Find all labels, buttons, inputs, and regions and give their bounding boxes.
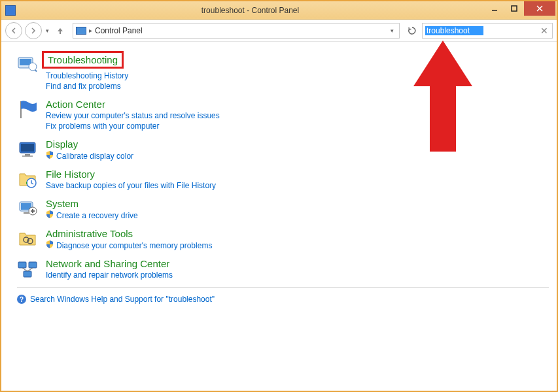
- help-icon: ?: [17, 295, 26, 304]
- help-search-link[interactable]: ? Search Windows Help and Support for "t…: [17, 295, 549, 304]
- network-icon: [17, 258, 38, 279]
- svg-rect-16: [24, 212, 29, 214]
- window-title: troubleshoot - Control Panel: [16, 6, 485, 15]
- result-title-link[interactable]: Administrative Tools: [46, 228, 133, 239]
- result-sublink-label: Create a recovery drive: [56, 211, 138, 220]
- result-sublink[interactable]: Create a recovery drive: [46, 210, 138, 220]
- result-sublink-label: Identify and repair network problems: [46, 270, 173, 280]
- result-sublink-label: Diagnose your computer's memory problems: [56, 241, 212, 250]
- result-sublink-label: Calibrate display color: [56, 152, 133, 161]
- close-button[interactable]: [524, 1, 555, 16]
- result-sublink-label: Find and fix problems: [46, 82, 121, 91]
- svg-rect-10: [21, 144, 34, 152]
- admin-tools-icon: [17, 228, 38, 249]
- result-body: File HistorySave backup copies of your f…: [46, 169, 216, 190]
- minimize-button[interactable]: [485, 1, 504, 16]
- result-title-link[interactable]: Action Center: [46, 99, 105, 110]
- result-sublink-label: Fix problems with your computer: [46, 122, 159, 131]
- svg-rect-19: [32, 209, 33, 213]
- svg-line-26: [27, 268, 33, 271]
- result-item: Network and Sharing CenterIdentify and r…: [17, 258, 549, 280]
- result-title-link[interactable]: System: [46, 198, 78, 209]
- result-sublink[interactable]: Save backup copies of your files with Fi…: [46, 181, 216, 190]
- result-sublink[interactable]: Diagnose your computer's memory problems: [46, 240, 212, 250]
- result-title-link[interactable]: Troubleshooting: [42, 51, 124, 69]
- up-button[interactable]: [53, 24, 67, 38]
- svg-rect-12: [22, 155, 33, 157]
- result-sublink[interactable]: Fix problems with your computer: [46, 122, 159, 131]
- result-title-link[interactable]: File History: [46, 169, 95, 180]
- results-pane: TroubleshootingTroubleshooting HistoryFi…: [1, 42, 557, 391]
- navigation-bar: ▾ ▸ Control Panel ▾ troubleshoot ✕: [1, 20, 557, 42]
- display-icon: [17, 139, 38, 159]
- result-item: Action CenterReview your computer's stat…: [17, 99, 549, 131]
- result-item: SystemCreate a recovery drive: [17, 198, 549, 220]
- window-titlebar: troubleshoot - Control Panel: [1, 1, 557, 20]
- clear-search-icon[interactable]: ✕: [539, 25, 549, 36]
- control-panel-icon: [76, 27, 86, 35]
- troubleshooting-icon: [17, 52, 38, 73]
- forward-button[interactable]: [25, 22, 42, 39]
- result-sublink[interactable]: Find and fix problems: [46, 82, 121, 91]
- result-item: File HistorySave backup copies of your f…: [17, 169, 549, 190]
- svg-rect-1: [512, 6, 517, 11]
- svg-line-25: [22, 268, 27, 271]
- svg-rect-24: [24, 271, 31, 277]
- result-item: Administrative ToolsDiagnose your comput…: [17, 228, 549, 250]
- result-item: TroubleshootingTroubleshooting HistoryFi…: [17, 52, 549, 91]
- file-history-icon: [17, 169, 38, 189]
- result-item: DisplayCalibrate display color: [17, 139, 549, 161]
- address-bar[interactable]: ▸ Control Panel ▾: [73, 23, 400, 39]
- result-sublink[interactable]: Troubleshooting History: [46, 71, 128, 80]
- search-input[interactable]: troubleshoot ✕: [422, 23, 553, 39]
- result-sublink-label: Save backup copies of your files with Fi…: [46, 181, 216, 190]
- svg-rect-23: [29, 262, 37, 268]
- window-controls: [485, 1, 557, 19]
- svg-point-6: [29, 63, 37, 71]
- result-body: SystemCreate a recovery drive: [46, 198, 138, 220]
- result-sublink[interactable]: Review your computer's status and resolv…: [46, 111, 220, 120]
- result-sublink[interactable]: Calibrate display color: [46, 151, 133, 161]
- system-icon: [17, 198, 38, 219]
- help-search-label: Search Windows Help and Support for "tro…: [30, 295, 215, 304]
- result-sublink-label: Troubleshooting History: [46, 71, 128, 80]
- result-title-link[interactable]: Network and Sharing Center: [46, 258, 169, 269]
- back-button[interactable]: [5, 22, 22, 39]
- address-dropdown-icon[interactable]: ▾: [388, 27, 396, 34]
- maximize-button[interactable]: [504, 1, 524, 16]
- result-body: Network and Sharing CenterIdentify and r…: [46, 258, 173, 280]
- uac-shield-icon: [46, 210, 54, 220]
- result-body: Action CenterReview your computer's stat…: [46, 99, 220, 131]
- svg-rect-11: [25, 154, 30, 155]
- svg-rect-22: [18, 262, 26, 268]
- control-panel-app-icon: [5, 5, 16, 16]
- history-dropdown-icon[interactable]: ▾: [44, 27, 50, 34]
- uac-shield-icon: [46, 151, 54, 161]
- result-title-link[interactable]: Display: [46, 139, 78, 150]
- breadcrumb-control-panel[interactable]: Control Panel: [95, 26, 143, 35]
- chevron-right-icon: ▸: [89, 27, 92, 34]
- result-body: TroubleshootingTroubleshooting HistoryFi…: [46, 52, 128, 91]
- refresh-button[interactable]: [405, 24, 419, 38]
- result-body: Administrative ToolsDiagnose your comput…: [46, 228, 212, 250]
- result-sublink-label: Review your computer's status and resolv…: [46, 111, 220, 120]
- divider: [17, 287, 549, 288]
- uac-shield-icon: [46, 240, 54, 250]
- search-value: troubleshoot: [425, 26, 483, 35]
- flag-icon: [17, 99, 38, 120]
- result-sublink[interactable]: Identify and repair network problems: [46, 270, 173, 280]
- result-body: DisplayCalibrate display color: [46, 139, 133, 161]
